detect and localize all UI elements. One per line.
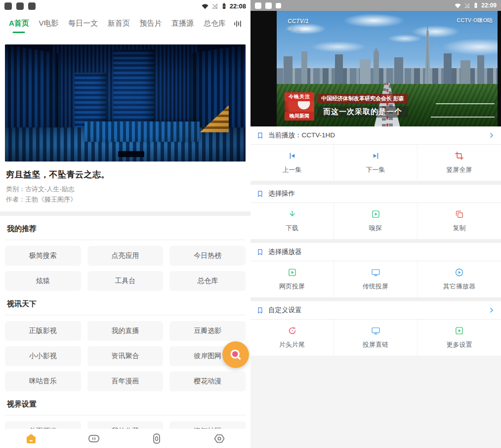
tab-5[interactable]: 直播源 <box>171 19 194 28</box>
video-art-antenna <box>427 24 428 84</box>
grid-button-0-5[interactable]: 总仓库 <box>169 271 246 291</box>
play-square-icon <box>371 209 380 219</box>
daily-quote-card[interactable]: 穷且益坚，不坠青云之志。 类别：古诗文-人生-励志 作者：王勃《滕王阁序》 <box>0 169 250 204</box>
news-badge: 今晚关注 晚间新闻 <box>285 92 314 121</box>
grid-button-1-1[interactable]: 我的直播 <box>87 321 164 341</box>
video-art-building <box>284 56 292 84</box>
grid-button-1-8[interactable]: 樱花动漫 <box>169 371 246 391</box>
action-monitor-2-1[interactable]: 传统投屏 <box>334 261 418 297</box>
video-art-building <box>394 57 403 84</box>
tab-2[interactable]: 每日一文 <box>68 19 98 28</box>
action-download-1-0[interactable]: 下载 <box>250 203 334 239</box>
nav-home-icon[interactable] <box>25 432 38 445</box>
crop-icon <box>455 151 464 161</box>
monitor-icon <box>371 326 380 335</box>
action-crop-0-2[interactable]: 竖屏全屏 <box>418 145 501 181</box>
bookmark-icon <box>256 190 264 198</box>
nav-zero-icon[interactable] <box>150 432 163 445</box>
next-track-icon <box>371 151 380 161</box>
home-screen: 22:08 A首页V电影每日一文新首页预告片直播源总仓库 穷且益坚，不坠青云之志… <box>0 0 250 448</box>
panel-0: 当前播放：CCTV-1HD上一集下一集竖屏全屏 <box>250 126 501 181</box>
equalizer-icon[interactable] <box>233 19 243 29</box>
tab-6[interactable]: 总仓库 <box>204 19 226 28</box>
notification-square-icon <box>265 2 272 9</box>
bottom-nav <box>0 429 250 448</box>
notification-square-icon <box>28 2 36 10</box>
status-bar-left: 22:08 <box>0 0 250 12</box>
wifi-icon <box>454 2 461 9</box>
action-next-track-0-1[interactable]: 下一集 <box>334 145 418 181</box>
dual-screenshot: 22:08 A首页V电影每日一文新首页预告片直播源总仓库 穷且益坚，不坠青云之志… <box>0 0 501 448</box>
chevron-right-icon[interactable] <box>488 307 495 314</box>
notification-square-icon <box>16 2 24 10</box>
no-signal-icon <box>463 2 470 9</box>
tab-1[interactable]: V电影 <box>39 19 59 28</box>
chevron-right-icon[interactable] <box>488 132 495 139</box>
action-label: 上一集 <box>283 165 302 174</box>
grid-button-1-0[interactable]: 正版影视 <box>5 321 81 341</box>
search-icon <box>228 347 243 362</box>
section-title: 视界设置 <box>7 400 244 409</box>
tab-0[interactable]: A首页 <box>9 19 29 28</box>
tab-4[interactable]: 预告片 <box>140 19 162 28</box>
bookmark-icon <box>256 132 264 139</box>
grid-button-1-3[interactable]: 小小影视 <box>5 346 81 366</box>
hero-art-vignette <box>5 44 246 162</box>
grid-button-0-1[interactable]: 点亮应用 <box>87 246 164 266</box>
video-art-median <box>386 83 388 126</box>
grid-button-1-7[interactable]: 百年漫画 <box>87 371 164 391</box>
play-square-icon <box>288 268 297 277</box>
nav-settings-icon[interactable] <box>213 432 226 445</box>
battery-icon <box>472 1 478 9</box>
action-play-circle-2-2[interactable]: 其它播放器 <box>418 261 501 297</box>
action-play-square-3-2[interactable]: 更多设置 <box>418 320 501 356</box>
notification-square-icon <box>4 2 12 10</box>
grid-button-0-2[interactable]: 今日热榜 <box>169 246 246 266</box>
no-signal-icon <box>211 2 218 10</box>
action-label: 下一集 <box>366 165 385 174</box>
player-screen: 22:09 <box>250 0 501 448</box>
action-label: 其它播放器 <box>443 282 475 291</box>
channel-logo: CCTV/1 综 合 <box>288 18 309 32</box>
action-copy-1-2[interactable]: 复制 <box>418 203 501 239</box>
download-icon <box>288 209 297 219</box>
news-badge-bottom: 晚间新闻 <box>285 112 314 121</box>
prev-track-icon <box>288 151 297 161</box>
action-repeat-3-0[interactable]: 片头片尾 <box>250 320 334 356</box>
section-title: 视讯天下 <box>7 299 244 309</box>
wifi-icon <box>201 2 209 10</box>
grid-button-1-2[interactable]: 豆瓣选影 <box>169 321 246 341</box>
quote-title: 穷且益坚，不坠青云之志。 <box>6 169 245 180</box>
action-label: 复制 <box>453 224 466 233</box>
action-play-square-1-1[interactable]: 嗅探 <box>334 203 418 239</box>
search-fab[interactable] <box>222 341 249 368</box>
video-player[interactable]: CCTV/1 综 合 CCTV·O咪O咕 今晚关注 晚间新闻 中国经济体制改革研… <box>250 11 501 126</box>
section-1: 视讯天下正版影视我的直播豆瓣选影小小影视资讯聚合彼岸图网咪咕音乐百年漫画樱花动漫 <box>0 299 250 391</box>
notification-square-icon <box>276 3 281 8</box>
action-play-square-2-0[interactable]: 网页投屏 <box>250 261 334 297</box>
panel-gap <box>250 239 501 243</box>
tab-3[interactable]: 新首页 <box>108 19 130 28</box>
action-label: 投屏直链 <box>363 340 388 349</box>
nav-player-icon[interactable] <box>87 432 100 445</box>
notification-square-icon <box>255 2 261 9</box>
action-monitor-3-1[interactable]: 投屏直链 <box>334 320 418 356</box>
video-art-building <box>301 51 307 84</box>
quote-author: 作者：王勃《滕王阁序》 <box>6 195 245 204</box>
grid-button-0-0[interactable]: 极简搜索 <box>5 246 81 266</box>
grid-button-0-4[interactable]: 工具台 <box>87 271 164 291</box>
panel-gap <box>250 297 501 301</box>
grid-button-1-6[interactable]: 咪咕音乐 <box>5 371 81 391</box>
action-label: 片头片尾 <box>279 340 305 349</box>
hero-banner[interactable] <box>5 44 246 162</box>
panel-header-0[interactable]: 当前播放：CCTV-1HD <box>250 126 501 145</box>
status-bar-right: 22:09 <box>250 0 501 11</box>
tab-bar: A首页V电影每日一文新首页预告片直播源总仓库 <box>0 12 250 35</box>
news-globe-art <box>285 101 314 112</box>
panel-header-3[interactable]: 自定义设置 <box>250 301 501 320</box>
action-label: 传统投屏 <box>363 282 388 291</box>
grid-button-0-3[interactable]: 炫猿 <box>5 271 81 291</box>
action-prev-track-0-0[interactable]: 上一集 <box>250 145 334 181</box>
repeat-icon <box>288 326 297 335</box>
grid-button-1-4[interactable]: 资讯聚合 <box>87 346 164 366</box>
